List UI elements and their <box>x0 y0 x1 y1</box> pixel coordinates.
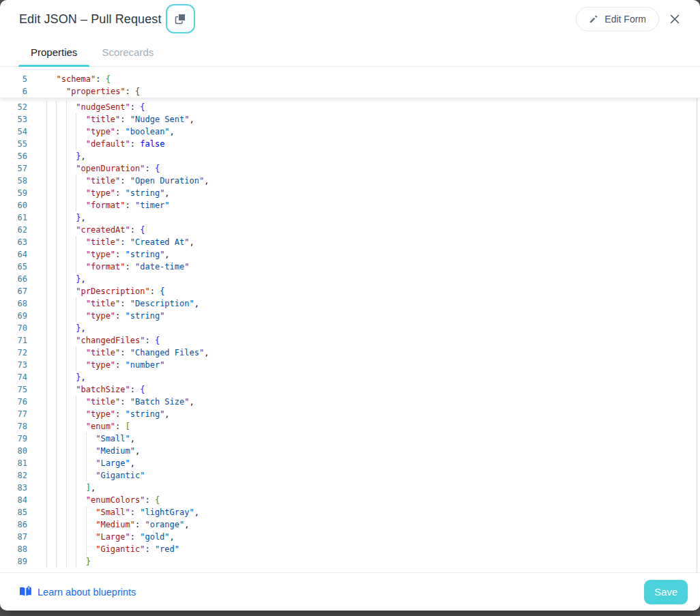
indent-guide <box>76 408 85 420</box>
code-line[interactable]: 62"createdAt": { <box>0 224 700 236</box>
indent-guide <box>76 261 85 273</box>
learn-about-blueprints-link[interactable]: Learn about blueprints <box>19 586 136 598</box>
close-button[interactable] <box>663 8 686 31</box>
line-number: 81 <box>0 457 27 469</box>
copy-button[interactable] <box>166 4 195 33</box>
indent-guide <box>66 482 76 494</box>
indent-guide <box>76 506 85 518</box>
code-line[interactable]: 63"title": "Created At", <box>0 236 700 248</box>
line-number: 65 <box>0 261 27 273</box>
code-line[interactable]: 64"type": "string", <box>0 248 700 261</box>
indent-guide <box>76 482 85 494</box>
line-number: 52 <box>0 101 27 113</box>
indent-guide <box>56 371 65 383</box>
code-line[interactable]: 75"batchSize": { <box>0 383 700 396</box>
code-line[interactable]: 83], <box>0 482 700 494</box>
code-line[interactable]: 61}, <box>0 211 700 224</box>
code-lines: 52"nudgeSent": {53"title": "Nudge Sent",… <box>0 98 700 568</box>
indent-guide <box>66 273 76 285</box>
code-line[interactable]: 78"enum": [ <box>0 420 700 432</box>
indent-guide <box>46 285 56 297</box>
code-line[interactable]: 69"type": "string" <box>0 310 700 322</box>
indent-guide <box>46 494 56 506</box>
indent-guide <box>56 494 65 506</box>
indent-guide <box>86 457 96 469</box>
json-code-editor[interactable]: 5 "schema": {6 "properties": { 52"nudgeS… <box>0 67 700 572</box>
copy-icon <box>175 13 186 25</box>
tab-scorecards[interactable]: Scorecards <box>89 38 166 66</box>
code-line[interactable]: 76"title": "Batch Size", <box>0 396 700 408</box>
line-number: 55 <box>0 138 27 150</box>
indent-guide <box>76 297 85 310</box>
line-number: 78 <box>0 420 27 432</box>
code-line[interactable]: 79"Small", <box>0 432 700 445</box>
indent-guide <box>66 506 76 518</box>
indent-guide <box>76 310 85 322</box>
code-line[interactable]: 55"default": false <box>0 138 700 150</box>
indent-guide <box>46 457 56 469</box>
code-line[interactable]: 89} <box>0 555 700 568</box>
line-number: 54 <box>0 126 27 138</box>
indent-guide <box>66 457 76 469</box>
code-line[interactable]: 67"prDescription": { <box>0 285 700 297</box>
indent-guide <box>66 371 76 383</box>
indent-guide <box>56 199 65 211</box>
indent-guide <box>56 531 65 543</box>
indent-guide <box>46 334 56 347</box>
indent-guide <box>86 543 96 555</box>
indent-guide <box>56 445 65 457</box>
indent-guide <box>56 113 65 126</box>
code-line[interactable]: 59"type": "string", <box>0 187 700 199</box>
indent-guide <box>56 347 65 359</box>
tab-properties-label: Properties <box>31 46 77 58</box>
tab-properties[interactable]: Properties <box>18 38 89 66</box>
indent-guide <box>56 162 65 175</box>
indent-guide <box>56 518 65 531</box>
indent-guide <box>66 420 76 432</box>
code-line[interactable]: 87"Large": "gold", <box>0 531 700 543</box>
code-line[interactable]: 54"type": "boolean", <box>0 126 700 138</box>
code-line[interactable]: 53"title": "Nudge Sent", <box>0 113 700 126</box>
code-line[interactable]: 88"Gigantic": "red" <box>0 543 700 555</box>
indent-guide <box>56 236 65 248</box>
code-line[interactable]: 81"Large", <box>0 457 700 469</box>
code-line[interactable]: 77"type": "string", <box>0 408 700 420</box>
code-line[interactable]: 73"type": "number" <box>0 359 700 371</box>
indent-guide <box>76 126 85 138</box>
indent-guide <box>46 482 56 494</box>
indent-guide <box>56 224 65 236</box>
code-line[interactable]: 70}, <box>0 322 700 334</box>
code-line[interactable]: 74}, <box>0 371 700 383</box>
code-line[interactable]: 56}, <box>0 150 700 162</box>
indent-guide <box>46 420 56 432</box>
code-line[interactable]: 5 "schema": { <box>0 73 700 85</box>
indent-guide <box>76 494 85 506</box>
indent-guide <box>66 396 76 408</box>
indent-guide <box>46 248 56 261</box>
code-line[interactable]: 86"Medium": "orange", <box>0 518 700 531</box>
code-line[interactable]: 84"enumColors": { <box>0 494 700 506</box>
code-line[interactable]: 80"Medium", <box>0 445 700 457</box>
code-line[interactable]: 57"openDuration": { <box>0 162 700 175</box>
sticky-scroll-lines: 5 "schema": {6 "properties": { <box>0 67 700 98</box>
save-button[interactable]: Save <box>644 580 688 604</box>
line-number: 67 <box>0 285 27 297</box>
code-line[interactable]: 65"format": "date-time" <box>0 261 700 273</box>
indent-guide <box>66 445 76 457</box>
code-line[interactable]: 82"Gigantic" <box>0 469 700 482</box>
line-number: 62 <box>0 224 27 236</box>
code-line[interactable]: 66}, <box>0 273 700 285</box>
code-line[interactable]: 60"format": "timer" <box>0 199 700 211</box>
code-line[interactable]: 68"title": "Description", <box>0 297 700 310</box>
edit-form-button[interactable]: Edit Form <box>576 7 659 31</box>
code-line[interactable]: 85"Small": "lightGray", <box>0 506 700 518</box>
line-number: 83 <box>0 482 27 494</box>
code-line[interactable]: 72"title": "Changed Files", <box>0 347 700 359</box>
indent-guide <box>46 187 56 199</box>
code-line[interactable]: 71"changedFiles": { <box>0 334 700 347</box>
code-line[interactable]: 6 "properties": { <box>0 85 700 98</box>
code-line[interactable]: 58"title": "Open Duration", <box>0 175 700 187</box>
code-line[interactable]: 52"nudgeSent": { <box>0 101 700 113</box>
indent-guide <box>46 211 56 224</box>
line-number: 58 <box>0 175 27 187</box>
